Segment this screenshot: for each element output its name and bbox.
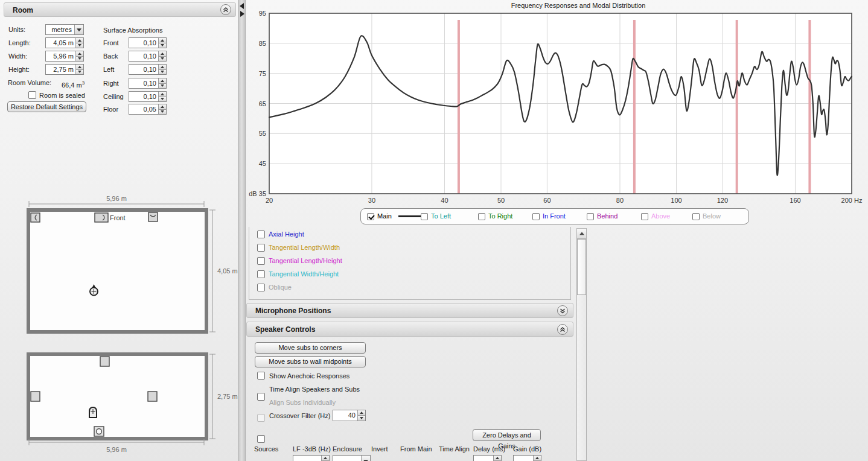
dropdown-arrow-icon[interactable] <box>74 25 83 34</box>
panel-splitter[interactable] <box>238 0 246 461</box>
frequency-response-chart[interactable]: Frequency Responses and Modal Distributi… <box>246 0 868 208</box>
crossover-filter-checkbox[interactable] <box>257 435 265 443</box>
absorption-back-field[interactable]: 0,10 <box>129 51 167 62</box>
spin-up[interactable] <box>159 51 166 56</box>
tangential-length-width-checkbox[interactable] <box>257 244 265 252</box>
below-checkbox[interactable] <box>692 213 700 220</box>
to-right-checkbox[interactable] <box>478 213 485 220</box>
absorption-front-field[interactable]: 0,10 <box>129 37 167 48</box>
spin-up[interactable] <box>159 38 166 43</box>
spin-down[interactable] <box>159 83 166 89</box>
spin-down[interactable] <box>159 97 166 102</box>
spin-up[interactable] <box>159 65 166 69</box>
legend-item-below[interactable]: Below <box>692 212 721 220</box>
width-value[interactable]: 5,96 m <box>46 51 75 61</box>
sub-left-icon[interactable] <box>31 392 40 401</box>
in-front-checkbox[interactable] <box>532 213 540 220</box>
spin-down[interactable] <box>159 109 166 115</box>
microphone-positions-header[interactable]: Microphone Positions <box>246 303 573 318</box>
behind-checkbox[interactable] <box>587 213 594 220</box>
above-checkbox[interactable] <box>641 213 648 220</box>
mode-item-axial-height[interactable]: Axial Height <box>257 230 304 238</box>
legend-item-in-front[interactable]: In Front <box>532 212 566 220</box>
absorption-left-field[interactable]: 0,10 <box>129 64 167 75</box>
mode-item-tangential-length-height[interactable]: Tangential Length/Height <box>257 257 342 265</box>
length-value[interactable]: 4,05 m <box>46 38 75 48</box>
vertical-scrollbar[interactable] <box>576 228 587 461</box>
spin-up[interactable] <box>322 456 329 460</box>
width-decrement-button[interactable] <box>76 56 83 62</box>
scrollbar-thumb[interactable] <box>577 239 586 295</box>
mode-item-tangential-length-width[interactable]: Tangential Length/Width <box>257 244 340 252</box>
zero-delays-and-gains-button[interactable]: Zero Delays and Gains <box>473 429 541 441</box>
absorption-floor-field[interactable]: 0,05 <box>129 104 167 115</box>
oblique-checkbox[interactable] <box>257 284 265 291</box>
chevron-up-double-icon <box>222 6 229 13</box>
tangential-length-height-checkbox[interactable] <box>257 257 265 265</box>
spin-down[interactable] <box>159 56 166 62</box>
width-field[interactable]: 5,96 m <box>45 51 84 62</box>
units-dropdown[interactable]: metres <box>45 24 84 35</box>
width-increment-button[interactable] <box>76 51 83 56</box>
height-field[interactable]: 2,75 m <box>45 64 84 75</box>
speaker-right-icon[interactable] <box>148 212 158 221</box>
room-panel-header[interactable]: Room <box>4 2 236 17</box>
expand-right-arrow-icon[interactable] <box>240 11 244 17</box>
source-delay-field[interactable] <box>473 455 502 461</box>
sub-top-icon[interactable] <box>100 357 109 366</box>
source-gain-field[interactable] <box>513 455 541 461</box>
collapse-left-arrow-icon[interactable] <box>240 3 244 9</box>
svg-text:40: 40 <box>441 197 448 204</box>
spin-up[interactable] <box>534 456 541 460</box>
legend-item-to-right[interactable]: To Right <box>478 212 512 220</box>
spin-up[interactable] <box>159 78 166 83</box>
crossover-frequency-field[interactable]: 40 <box>333 410 366 421</box>
show-anechoic-responses-checkbox[interactable] <box>257 372 265 380</box>
absorption-ceiling-field[interactable]: 0,10 <box>129 91 167 102</box>
col-header-gain: Gain (dB) <box>513 445 541 453</box>
tangential-width-height-checkbox[interactable] <box>257 270 265 278</box>
height-decrement-button[interactable] <box>76 69 83 75</box>
absorption-right-field[interactable]: 0,10 <box>129 78 167 89</box>
move-subs-to-wall-midpoints-button[interactable]: Move subs to wall midpoints <box>255 356 366 367</box>
move-subs-to-corners-button[interactable]: Move subs to corners <box>255 342 366 354</box>
dropdown-arrow-icon[interactable] <box>361 456 370 461</box>
subwoofer-icon[interactable] <box>94 427 104 436</box>
absorption-back-label: Back <box>103 52 118 60</box>
length-increment-button[interactable] <box>76 38 83 43</box>
legend-item-main[interactable]: Main <box>367 212 426 220</box>
length-field[interactable]: 4,05 m <box>45 37 84 48</box>
listener-icon-elevation[interactable] <box>89 407 97 418</box>
mode-item-tangential-width-height[interactable]: Tangential Width/Height <box>257 270 339 278</box>
collapse-room-panel-button[interactable] <box>220 4 231 15</box>
spin-up[interactable] <box>159 92 166 97</box>
spin-up[interactable] <box>494 456 501 460</box>
height-value[interactable]: 2,75 m <box>46 65 75 74</box>
speaker-center-icon[interactable] <box>95 213 108 222</box>
legend-item-to-left[interactable]: To Left <box>421 212 451 220</box>
crossover-increment-button[interactable] <box>358 410 365 415</box>
speaker-left-icon[interactable] <box>31 213 40 222</box>
mode-item-oblique[interactable]: Oblique <box>257 284 292 291</box>
crossover-decrement-button[interactable] <box>358 415 365 421</box>
main-checkbox[interactable] <box>367 213 374 220</box>
collapse-speaker-panel-button[interactable] <box>557 324 568 335</box>
expand-microphone-panel-button[interactable] <box>557 305 568 316</box>
sub-right-icon[interactable] <box>148 392 157 401</box>
room-is-sealed-checkbox[interactable] <box>28 91 36 99</box>
spin-down[interactable] <box>159 43 166 48</box>
axial-height-checkbox[interactable] <box>257 230 265 238</box>
height-increment-button[interactable] <box>76 65 83 69</box>
legend-item-above[interactable]: Above <box>641 212 670 220</box>
to-left-checkbox[interactable] <box>421 213 428 220</box>
restore-default-settings-button[interactable]: Restore Default Settings <box>7 101 86 112</box>
length-decrement-button[interactable] <box>76 43 83 48</box>
legend-item-behind[interactable]: Behind <box>587 212 617 220</box>
scroll-up-button[interactable] <box>577 229 586 239</box>
source-enclosure-dropdown[interactable] <box>333 455 371 461</box>
spin-up[interactable] <box>159 104 166 109</box>
time-align-speakers-subs-checkbox[interactable] <box>257 393 265 401</box>
source-lf-field[interactable] <box>293 455 330 461</box>
speaker-controls-header[interactable]: Speaker Controls <box>246 322 573 337</box>
spin-down[interactable] <box>159 69 166 75</box>
